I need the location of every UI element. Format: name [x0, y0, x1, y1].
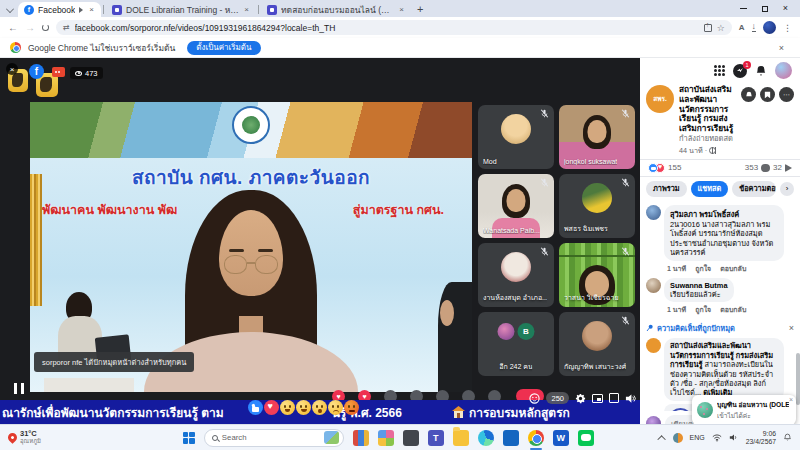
volume-icon[interactable] — [625, 393, 636, 404]
file-explorer-icon[interactable] — [453, 430, 469, 446]
tray-expand-icon[interactable] — [657, 435, 665, 443]
tab-close-icon[interactable]: × — [398, 5, 405, 14]
translate-icon[interactable]: A — [739, 23, 745, 32]
profile-avatar[interactable] — [763, 21, 776, 34]
bookmark-star-icon[interactable]: ☆ — [717, 23, 725, 33]
comment-toast[interactable]: บุญฑิน อ่อนหวาน (DOLE Libraria… เข้าไม่ไ… — [692, 395, 796, 425]
messenger-icon[interactable]: 1 — [733, 64, 747, 78]
participant-tile-mod[interactable]: Mod — [478, 105, 554, 169]
weather-widget[interactable]: 31°C อุณหภูมิ — [0, 430, 150, 445]
tab-close-icon[interactable]: × — [88, 5, 95, 14]
desktop-app-icon[interactable] — [403, 430, 419, 446]
teams-app-icon[interactable]: T — [428, 430, 444, 446]
tab-audio-icon[interactable] — [79, 7, 87, 13]
tab-label: DOLE Librarian Training - หน้าแรก — [126, 3, 239, 17]
comment-toggle-icon[interactable] — [529, 393, 540, 404]
address-box[interactable]: ⇄ facebook.com/sorporor.nfe/videos/10919… — [56, 20, 732, 35]
comment-feed[interactable]: สุวิมลภา พรมโพธิ์สงค์ 2นว0016 นางสาวสุวิ… — [640, 201, 800, 411]
participant-tile-phasathorn[interactable]: พสธร ฉิมเพชร — [559, 174, 635, 238]
page-avatar-small[interactable] — [646, 338, 661, 353]
pause-button[interactable] — [14, 383, 24, 394]
player-close-icon[interactable]: × — [6, 63, 18, 75]
tab-replies[interactable]: ข้อความตอบกลับช — [732, 181, 776, 197]
page-name[interactable]: สถาบันส่งเสริมและพัฒนานวัตกรรมการเรียนรู… — [679, 85, 741, 144]
fullscreen-icon[interactable] — [609, 393, 619, 403]
wifi-icon[interactable] — [712, 433, 722, 442]
speaker-icon[interactable] — [729, 433, 739, 442]
viewer-count-pill: 473 — [70, 67, 103, 79]
system-tray: ENG 9:06 23/4/2567 — [660, 430, 800, 446]
comment-reply-link[interactable]: ตอบกลับ — [720, 263, 746, 274]
page-bell-button[interactable] — [741, 87, 756, 102]
window-maximize-button[interactable] — [762, 6, 768, 12]
apps-menu-icon[interactable] — [714, 65, 725, 76]
share-count[interactable]: 32 — [773, 163, 782, 172]
notifications-bell-icon[interactable] — [755, 65, 767, 77]
word-app-icon[interactable]: W — [553, 430, 569, 446]
comment-count[interactable]: 353 — [745, 163, 758, 172]
comment-like-link[interactable]: ถูกใจ — [695, 304, 711, 315]
edge-browser-icon[interactable] — [478, 430, 494, 446]
comment-like-link[interactable]: ถูกใจ — [695, 263, 711, 274]
tab-facebook[interactable]: f Facebook × — [18, 2, 101, 17]
share-icon[interactable] — [704, 24, 712, 32]
reaction-count[interactable]: 155 — [668, 163, 681, 172]
tab-close-icon[interactable]: × — [243, 5, 250, 14]
site-info-icon[interactable]: ⇄ — [63, 23, 70, 32]
blue-app-icon[interactable] — [503, 430, 519, 446]
commenter-name[interactable]: Suwanna Butma — [670, 281, 728, 290]
toast-close-icon[interactable]: × — [789, 396, 793, 403]
participant-tile-more[interactable]: B อีก 242 คน — [478, 312, 554, 376]
taskbar-search[interactable]: Search — [204, 429, 344, 447]
comments-scrollbar-thumb[interactable] — [796, 353, 800, 405]
banner-close-icon[interactable]: × — [779, 43, 790, 53]
tab-dole-training[interactable]: DOLE Librarian Training - หน้าแรก × — [106, 2, 256, 17]
account-avatar[interactable] — [775, 62, 792, 79]
commenter-avatar[interactable] — [646, 205, 661, 220]
save-bookmark-button[interactable] — [760, 87, 775, 102]
main-speaker-video[interactable]: สถาบัน กศน. ภาคตะวันออก พัฒนาคน พัฒนางาน… — [30, 102, 472, 392]
tab-search-caret-icon[interactable] — [6, 5, 14, 13]
tab-overview[interactable]: ภาพรวม — [646, 181, 687, 197]
url-text[interactable]: facebook.com/sorporor.nfe/videos/1091931… — [75, 23, 699, 33]
tray-sync-icon[interactable] — [673, 433, 683, 443]
tab-pretest[interactable]: ทดสอบก่อนอบรมออนไลน์ (ออนไลน์) × — [261, 2, 411, 17]
reload-button[interactable] — [42, 24, 49, 31]
line-app-icon[interactable] — [578, 430, 594, 446]
pinned-close-icon[interactable]: × — [789, 323, 794, 333]
like-count-icon[interactable] — [648, 163, 658, 173]
start-button[interactable] — [183, 432, 195, 444]
window-close-button[interactable]: × — [783, 4, 788, 13]
language-indicator[interactable]: ENG — [690, 434, 705, 441]
set-default-button[interactable]: ตั้งเป็นค่าเริ่มต้น — [187, 41, 260, 55]
new-tab-button[interactable]: + — [417, 3, 423, 15]
participant-tile-wasana[interactable]: วาสนา วิเชียรฉาย — [559, 243, 635, 307]
tabs-scroll-chevron[interactable]: › — [780, 182, 794, 196]
participant-tile-wanatsada[interactable]: Wanatsada Paib... — [478, 174, 554, 238]
downloads-icon[interactable]: ↓ — [752, 23, 757, 32]
page-avatar[interactable]: สพร. — [646, 85, 674, 113]
commenter-avatar[interactable] — [646, 278, 661, 293]
video-player[interactable]: × f 473 สถาบัน กศน. ภาคตะวันออก พัฒนาคน … — [0, 58, 640, 424]
clock-widget[interactable]: 9:06 23/4/2567 — [746, 430, 776, 446]
participant-tile-kanyathip[interactable]: กัญญาทิพ เสนาะวงศ์ — [559, 312, 635, 376]
comment-reply-link[interactable]: ตอบกลับ — [720, 304, 746, 315]
institute-logo — [232, 106, 270, 144]
window-minimize-button[interactable] — [740, 8, 747, 9]
library-app-icon[interactable] — [353, 430, 369, 446]
wow-reaction-icon — [312, 400, 327, 415]
photos-app-icon[interactable] — [378, 430, 394, 446]
browser-menu-icon[interactable]: ⋮ — [783, 23, 792, 33]
tab-live-chat[interactable]: แชทสด — [691, 181, 729, 197]
picture-in-picture-icon[interactable] — [592, 394, 603, 403]
forward-button[interactable]: → — [25, 22, 35, 33]
commenter-name[interactable]: สุวิมลภา พรมโพธิ์สงค์ — [670, 208, 778, 220]
chrome-app-icon[interactable] — [528, 430, 544, 446]
back-button[interactable]: ← — [8, 22, 18, 33]
comment-count-pill[interactable]: 250 — [546, 392, 569, 404]
participant-tile-library[interactable]: งานห้องสมุด อำเภอ... — [478, 243, 554, 307]
tray-bell-icon[interactable] — [783, 433, 792, 442]
settings-gear-icon[interactable] — [575, 393, 586, 404]
participant-tile-jongkol[interactable]: jongkol suksawat — [559, 105, 635, 169]
more-options-button[interactable]: ⋯ — [779, 87, 794, 102]
